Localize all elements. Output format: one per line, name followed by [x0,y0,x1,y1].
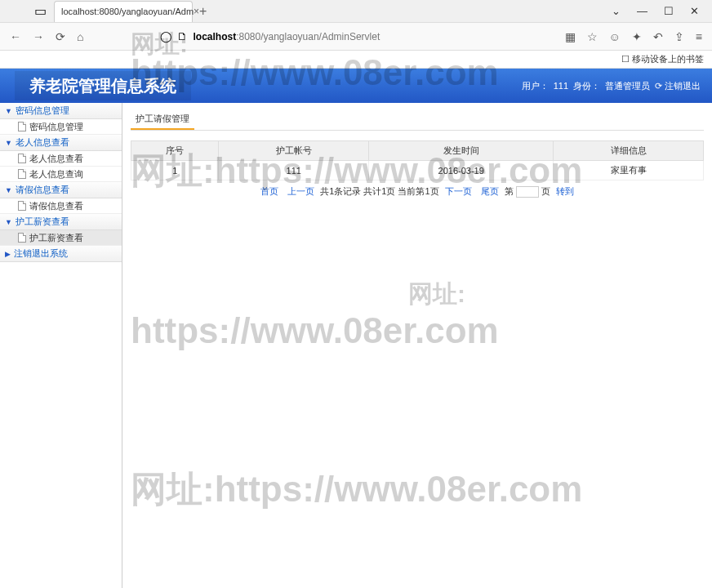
sidebar: ▼密码信息管理 密码信息管理 ▼老人信息查看 老人信息查看 老人信息查询 ▼请假… [0,103,122,588]
col-idx: 序号 [131,141,219,161]
close-icon[interactable]: ✕ [690,5,699,17]
sidebar-group-leave[interactable]: ▼请假信息查看 [0,182,122,198]
browser-tab-bar: ▭ localhost:8080/yanglaoyuan/Adm × + ⌄ —… [0,0,712,23]
menu-icon[interactable]: ≡ [696,30,702,43]
panel-title: 护工请假管理 [131,109,194,130]
logout-link[interactable]: ⟳ 注销退出 [655,80,701,92]
chevron-right-icon: ▶ [5,250,11,258]
undo-icon[interactable]: ↶ [653,30,663,43]
qr-icon[interactable]: ▦ [565,30,576,43]
chevron-down-icon: ▼ [5,218,12,226]
pager-first[interactable]: 首页 [260,186,278,196]
star-icon[interactable]: ☆ [587,30,598,43]
app-header: 养老院管理信息系统 用户：111 身份：普通管理员 ⟳ 注销退出 [0,69,712,103]
sidebar-group-logout[interactable]: ▶注销退出系统 [0,246,122,262]
url-text: localhost:8080/yanglaoyuan/AdminServlet [193,31,380,42]
window-controls: ⌄ — ☐ ✕ [612,5,712,17]
pager-page-input[interactable] [516,186,539,198]
account-icon[interactable]: ☺ [609,30,621,43]
maximize-icon[interactable]: ☐ [664,5,674,17]
tab-title: localhost:8080/yanglaoyuan/Adm [61,7,194,16]
col-acct: 护工帐号 [219,141,369,161]
home-icon[interactable]: ⌂ [77,30,83,43]
share-icon[interactable]: ⇪ [674,30,684,43]
pager-info: 共1条记录 共计1页 当前第1页 [320,186,438,196]
sidebar-item-elder-view[interactable]: 老人信息查看 [0,151,122,167]
user-info: 用户：111 身份：普通管理员 ⟳ 注销退出 [522,80,712,92]
chevron-down-icon: ▼ [5,107,12,115]
extensions-icon[interactable]: ✦ [632,30,642,43]
pager-next[interactable]: 下一页 [445,186,472,196]
data-table: 序号 护工帐号 发生时间 详细信息 1 111 2016-03-19 家里有事 [131,140,704,180]
chevron-down-icon[interactable]: ⌄ [612,5,621,17]
sidebar-group-password[interactable]: ▼密码信息管理 [0,103,122,119]
minimize-icon[interactable]: — [637,5,647,17]
forward-icon[interactable]: → [33,30,44,43]
doc-icon [18,122,26,131]
mobile-bookmarks-link[interactable]: ☐ 移动设备上的书签 [621,53,704,65]
main-panel: 护工请假管理 序号 护工帐号 发生时间 详细信息 1 111 2016-03-1… [122,103,712,588]
tab-add-icon[interactable]: + [199,4,207,19]
browser-url-bar: ← → ⟳ ⌂ ◯ 🗋 localhost:8080/yanglaoyuan/A… [0,23,712,51]
pager-goto[interactable]: 转到 [556,186,574,196]
sidebar-item-salary-view[interactable]: 护工薪资查看 [0,230,122,246]
window-tab-icon: ▭ [33,4,47,19]
pager-last[interactable]: 尾页 [481,186,499,196]
url-area[interactable]: ◯ 🗋 localhost:8080/yanglaoyuan/AdminServ… [160,30,553,42]
shield-icon[interactable]: ◯ [160,30,172,42]
sidebar-group-salary[interactable]: ▼护工薪资查看 [0,214,122,230]
col-date: 发生时间 [369,141,554,161]
sidebar-item-leave-view[interactable]: 请假信息查看 [0,198,122,214]
doc-icon [18,154,26,163]
table-row[interactable]: 1 111 2016-03-19 家里有事 [131,161,704,180]
sidebar-item-elder-query[interactable]: 老人信息查询 [0,167,122,182]
sidebar-item-password-mgmt[interactable]: 密码信息管理 [0,119,122,135]
bookmark-bar: ☐ 移动设备上的书签 [0,51,712,69]
col-detail: 详细信息 [554,141,704,161]
reload-icon[interactable]: ⟳ [56,30,65,43]
pager-prev[interactable]: 上一页 [287,186,314,196]
doc-icon [18,169,26,179]
browser-tab[interactable]: localhost:8080/yanglaoyuan/Adm × [54,1,193,22]
back-icon[interactable]: ← [10,30,21,43]
doc-icon [18,201,26,211]
app-title: 养老院管理信息系统 [15,71,191,100]
sidebar-group-elder[interactable]: ▼老人信息查看 [0,135,122,151]
chevron-down-icon: ▼ [5,186,12,194]
chevron-down-icon: ▼ [5,139,12,147]
lock-icon[interactable]: 🗋 [177,30,188,42]
doc-icon [18,233,26,243]
pager: 首页 上一页 共1条记录 共计1页 当前第1页 下一页 尾页 第 页 转到 [131,185,704,198]
